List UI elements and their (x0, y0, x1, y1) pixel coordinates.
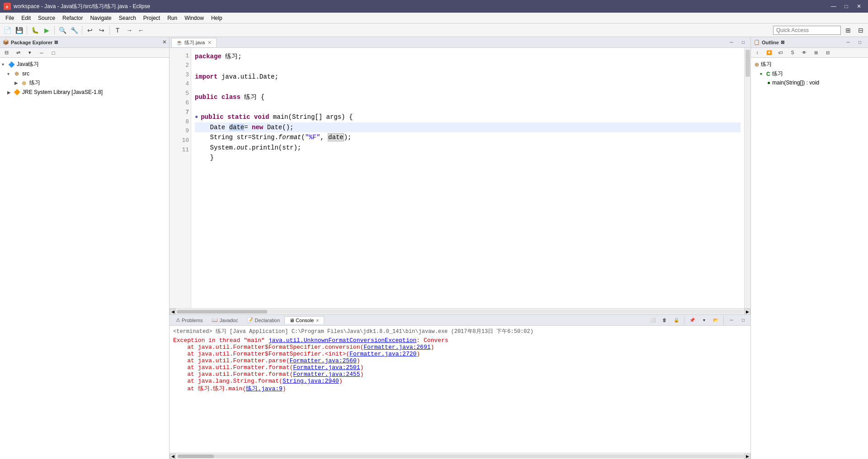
outline-sort-btn[interactable]: ↕ (752, 47, 763, 58)
menu-window[interactable]: Window (181, 14, 208, 22)
stack-line-7: at 练习.练习.main(练习.java:9) (173, 384, 747, 393)
outline-pkg-node[interactable]: ⊕ 练习 (753, 60, 866, 69)
code-content[interactable]: package 练习; import java.util.Date; publi… (191, 48, 744, 308)
maximize-button[interactable]: □ (841, 2, 852, 10)
exception-class-link[interactable]: java.util.UnknownFormatConversionExcepti… (269, 337, 417, 344)
toolbar-search-btn[interactable]: 🔍 (57, 25, 68, 36)
console-maximize[interactable]: □ (738, 315, 749, 326)
outline-menu-icon: ⊠ (781, 40, 784, 45)
pkg-toolbar: ⊟ ⇌ ▾ ─ □ (0, 48, 169, 58)
menu-help[interactable]: Help (208, 14, 226, 22)
console-tab-close[interactable]: ✕ (316, 318, 319, 323)
tree-item-lianxi-pkg[interactable]: ▶ ⊕ 练习 (0, 78, 169, 88)
pkg-minimize[interactable]: ─ (36, 47, 47, 58)
tab-problems[interactable]: ⚠ Problems (171, 316, 207, 324)
outline-pkg-icon: ⊕ (755, 61, 759, 68)
console-hscroll-left[interactable]: ◀ (170, 454, 176, 459)
menu-project[interactable]: Project (140, 14, 164, 22)
pkg-maximize[interactable]: □ (48, 47, 59, 58)
tab-javadoc[interactable]: 📖 Javadoc (207, 316, 242, 324)
stack-line-2: at java.util.Formatter$FormatSpecifier.<… (173, 351, 747, 357)
outline-expand-all[interactable]: ⊞ (811, 47, 821, 58)
pkg-link-editor[interactable]: ⇌ (13, 47, 24, 58)
console-hscroll-track (178, 454, 744, 458)
console-display-btn[interactable]: ▾ (698, 315, 709, 326)
minimize-button[interactable]: — (828, 2, 839, 10)
pkg-collapse-all[interactable]: ⊟ (1, 47, 12, 58)
menu-run[interactable]: Run (164, 14, 181, 22)
stack-link-7[interactable]: 练习.java:9 (246, 385, 283, 392)
console-stop-btn[interactable]: ⬜ (647, 315, 658, 326)
toolbar-debug-btn[interactable]: 🐛 (29, 25, 40, 36)
editor-tab-lianxi[interactable]: ☕ 练习.java ✕ (171, 38, 217, 47)
menu-refactor[interactable]: Refactor (59, 14, 86, 22)
toolbar-views-btn[interactable]: ⊟ (855, 25, 866, 36)
tab-console[interactable]: 🖥 Console ✕ (284, 316, 324, 324)
editor-tabs: ☕ 练习.java ✕ ─ □ (170, 37, 750, 48)
outline-collapse-all[interactable]: ⊟ (822, 47, 833, 58)
line-num-6: 6 (173, 98, 189, 108)
console-minimize[interactable]: ─ (726, 315, 737, 326)
editor-minimize[interactable]: ─ (726, 37, 737, 48)
console-content[interactable]: <terminated> 练习 [Java Application] C:\Pr… (170, 326, 750, 453)
console-pin-btn[interactable]: 📌 (687, 315, 698, 326)
stack-link-2[interactable]: Formatter.java:2720 (349, 351, 416, 357)
menu-search[interactable]: Search (115, 14, 140, 22)
outline-hide-static[interactable]: S (787, 47, 798, 58)
console-open-btn[interactable]: 📂 (710, 315, 721, 326)
pkg-view-menu[interactable]: ▾ (24, 47, 35, 58)
outline-minimize[interactable]: ─ (843, 37, 854, 48)
menu-file[interactable]: File (2, 14, 18, 22)
stack-text-2: at java.util.Formatter$FormatSpecifier.<… (173, 351, 349, 357)
toolbar-undo-btn[interactable]: ↩ (85, 25, 95, 36)
menu-navigate[interactable]: Navigate (86, 14, 115, 22)
stack-suffix-3: ) (357, 357, 360, 364)
outline-filter-btn[interactable]: 🔽 (764, 47, 774, 58)
stack-link-4[interactable]: Formatter.java:2501 (293, 364, 360, 371)
tree-label-src: src (22, 70, 29, 77)
console-hscroll[interactable]: ◀ ▶ (170, 453, 750, 459)
tab-declaration[interactable]: 📝 Declaration (242, 316, 284, 324)
pkg-explorer-close[interactable]: ✕ (162, 39, 166, 45)
editor-tab-label: 练习.java (184, 39, 205, 46)
editor-hscroll[interactable]: ◀ ▶ (170, 308, 750, 314)
toolbar-open-type-btn[interactable]: T (112, 25, 123, 36)
code-scrollbar[interactable] (744, 48, 750, 308)
hscroll-right[interactable]: ▶ (744, 309, 750, 315)
console-clear-btn[interactable]: 🗑 (659, 315, 670, 326)
toolbar-perspectives-btn[interactable]: ⊞ (843, 25, 854, 36)
toolbar-save-btn[interactable]: 💾 (14, 25, 24, 36)
stack-link-3[interactable]: Formatter.java:2560 (289, 357, 356, 364)
line-num-2: 2 (173, 61, 189, 70)
tree-item-src[interactable]: ▾ ⊕ src (0, 69, 169, 78)
console-scroll-lock[interactable]: 🔒 (671, 315, 682, 326)
stack-link-5[interactable]: Formatter.java:2455 (293, 371, 360, 378)
stack-link-1[interactable]: Formatter.java:2691 (363, 344, 430, 351)
editor-maximize[interactable]: □ (738, 37, 749, 48)
toolbar-new-btn[interactable]: 📄 (2, 25, 13, 36)
menu-source[interactable]: Source (34, 14, 59, 22)
outline-hide-nonpub[interactable]: 👁 (799, 47, 810, 58)
outline-class-node[interactable]: ▾ C 练习 (753, 69, 866, 79)
tree-item-jre[interactable]: ▶ 🔶 JRE System Library [JavaSE-1.8] (0, 88, 169, 97)
console-hscroll-right[interactable]: ▶ (744, 454, 750, 459)
quick-access-input[interactable] (773, 26, 841, 35)
toolbar-run-btn[interactable]: ▶ (41, 25, 52, 36)
stack-link-6[interactable]: String.java:2940 (283, 378, 339, 384)
editor-tab-close[interactable]: ✕ (208, 40, 212, 46)
close-button[interactable]: ✕ (854, 2, 864, 10)
toolbar-next-btn[interactable]: → (124, 25, 135, 36)
error-prefix: Exception in thread "main" (173, 337, 269, 344)
toolbar-refactor-btn[interactable]: 🔧 (69, 25, 80, 36)
outline-method-node[interactable]: ● main(String[]) : void (753, 79, 866, 87)
tree-item-java-lianxi[interactable]: ▾ 🔷 Java练习 (0, 60, 169, 69)
toolbar-redo-btn[interactable]: ↪ (96, 25, 107, 36)
app-icon: e (4, 3, 11, 10)
stack-text-7: at 练习.练习.main( (173, 385, 246, 392)
hscroll-left[interactable]: ◀ (170, 309, 176, 315)
toolbar-prev-btn[interactable]: ← (136, 25, 146, 36)
toolbar: 📄 💾 🐛 ▶ 🔍 🔧 ↩ ↪ T → ← ⊞ ⊟ (0, 23, 868, 37)
menu-edit[interactable]: Edit (18, 14, 34, 22)
outline-maximize[interactable]: □ (854, 37, 865, 48)
outline-hide-fields[interactable]: 🏷 (775, 47, 786, 58)
